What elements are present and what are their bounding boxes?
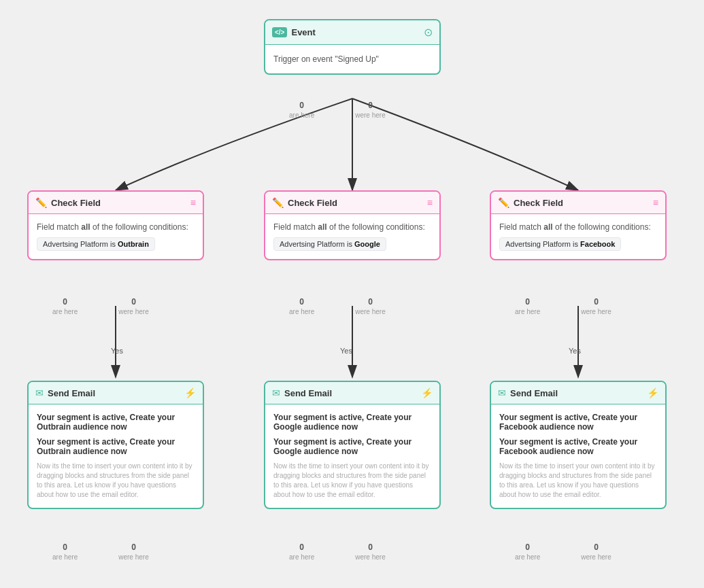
yes-label-left: Yes bbox=[111, 347, 123, 355]
email-right-subject: Your segment is active, Create your Face… bbox=[499, 413, 657, 432]
email-left-are-count: 0 bbox=[52, 542, 78, 552]
check-left-value: Outbrain bbox=[118, 240, 149, 248]
check-right-tag: Advertsing Platform is Facebook bbox=[499, 237, 621, 251]
check-right-body: Field match all of the following conditi… bbox=[491, 214, 665, 259]
bolt-icon-left: ⚡ bbox=[184, 387, 196, 398]
check-right-title: Check Field bbox=[514, 198, 563, 208]
check-left-stats: 0 are here 0 were here bbox=[52, 297, 149, 316]
event-were-here-label: were here bbox=[355, 111, 385, 119]
check-center-are-count: 0 bbox=[289, 297, 314, 307]
event-were-here-count: 0 bbox=[355, 101, 385, 110]
check-right-stat-were: 0 were here bbox=[581, 297, 611, 316]
email-right-header: ✉ Send Email ⚡ bbox=[491, 382, 665, 404]
email-left-stat-were: 0 were here bbox=[118, 542, 148, 561]
send-email-right[interactable]: ✉ Send Email ⚡ Your segment is active, C… bbox=[490, 381, 667, 509]
check-left-are-count: 0 bbox=[52, 297, 78, 307]
email-right-body: Your segment is active, Create your Face… bbox=[491, 404, 665, 508]
email-left-body: Your segment is active, Create your Outb… bbox=[29, 404, 203, 508]
email-right-were-count: 0 bbox=[581, 542, 611, 552]
email-left-were-count: 0 bbox=[118, 542, 148, 552]
check-field-right[interactable]: ✏️ Check Field ≡ Field match all of the … bbox=[490, 190, 667, 260]
email-left-preview: Your segment is active, Create your Outb… bbox=[37, 437, 195, 456]
check-left-tag: Advertsing Platform is Outbrain bbox=[37, 237, 155, 251]
check-left-body: Field match all of the following conditi… bbox=[29, 214, 203, 259]
check-right-stat-are: 0 are here bbox=[515, 297, 540, 316]
filter-icon-right: ≡ bbox=[653, 197, 658, 208]
bolt-icon-center: ⚡ bbox=[421, 387, 433, 398]
email-center-stat-were: 0 were here bbox=[355, 542, 385, 561]
yes-label-right: Yes bbox=[569, 347, 581, 355]
pencil-icon-right: ✏️ bbox=[498, 197, 509, 208]
email-left-subject: Your segment is active, Create your Outb… bbox=[37, 413, 195, 432]
check-center-stat-are: 0 are here bbox=[289, 297, 314, 316]
event-are-here-count: 0 bbox=[289, 101, 314, 110]
check-left-stat-were: 0 were here bbox=[118, 297, 148, 316]
email-right-were-label: were here bbox=[581, 553, 611, 561]
event-trigger-text: Trigger on event "Signed Up" bbox=[273, 54, 379, 64]
target-icon: ⊙ bbox=[424, 26, 433, 39]
email-left-are-label: are here bbox=[52, 553, 78, 561]
check-right-stats: 0 are here 0 were here bbox=[515, 297, 611, 316]
email-center-stats: 0 are here 0 were here bbox=[289, 542, 386, 561]
email-center-are-label: are here bbox=[289, 553, 314, 561]
send-email-left[interactable]: ✉ Send Email ⚡ Your segment is active, C… bbox=[27, 381, 204, 509]
check-left-header: ✏️ Check Field ≡ bbox=[29, 192, 203, 214]
mail-icon-left: ✉ bbox=[35, 387, 44, 398]
check-left-stat-are: 0 are here bbox=[52, 297, 78, 316]
workflow-canvas: </> Event ⊙ Trigger on event "Signed Up"… bbox=[0, 0, 704, 588]
email-left-stats: 0 are here 0 were here bbox=[52, 542, 149, 561]
mail-icon-center: ✉ bbox=[272, 387, 280, 398]
event-node-body: Trigger on event "Signed Up" bbox=[265, 45, 439, 73]
event-node-header: </> Event ⊙ bbox=[265, 20, 439, 45]
code-icon: </> bbox=[272, 27, 287, 37]
check-field-left[interactable]: ✏️ Check Field ≡ Field match all of the … bbox=[27, 190, 204, 260]
email-left-title: Send Email bbox=[48, 388, 95, 398]
pencil-icon-center: ✏️ bbox=[272, 197, 284, 208]
check-right-value: Facebook bbox=[580, 240, 615, 248]
check-left-were-label: were here bbox=[118, 308, 148, 315]
check-center-stat-were: 0 were here bbox=[355, 297, 385, 316]
check-left-title: Check Field bbox=[51, 198, 101, 208]
email-center-preview: Your segment is active, Create your Goog… bbox=[273, 437, 431, 456]
check-field-center[interactable]: ✏️ Check Field ≡ Field match all of the … bbox=[264, 190, 441, 260]
email-left-stat-are: 0 are here bbox=[52, 542, 78, 561]
check-center-stats: 0 are here 0 were here bbox=[289, 297, 386, 316]
email-right-title: Send Email bbox=[510, 388, 558, 398]
check-right-were-label: were here bbox=[581, 308, 611, 315]
event-stat-were-here: 0 were here bbox=[355, 101, 385, 120]
pencil-icon-left: ✏️ bbox=[35, 197, 47, 208]
email-right-are-label: are here bbox=[515, 553, 540, 561]
email-right-body-text: Now its the time to insert your own cont… bbox=[499, 462, 657, 500]
email-right-stat-were: 0 were here bbox=[581, 542, 611, 561]
check-center-header: ✏️ Check Field ≡ bbox=[265, 192, 439, 214]
email-center-stat-are: 0 are here bbox=[289, 542, 314, 561]
check-center-tag: Advertsing Platform is Google bbox=[273, 237, 386, 251]
check-left-are-label: are here bbox=[52, 308, 78, 315]
email-center-are-count: 0 bbox=[289, 542, 314, 552]
email-center-were-label: were here bbox=[355, 553, 385, 561]
email-center-subject: Your segment is active, Create your Goog… bbox=[273, 413, 431, 432]
email-left-body-text: Now its the time to insert your own cont… bbox=[37, 462, 195, 500]
email-center-were-count: 0 bbox=[355, 542, 385, 552]
check-center-body: Field match all of the following conditi… bbox=[265, 214, 439, 259]
email-left-header: ✉ Send Email ⚡ bbox=[29, 382, 203, 404]
event-node[interactable]: </> Event ⊙ Trigger on event "Signed Up" bbox=[264, 19, 441, 75]
check-center-title: Check Field bbox=[288, 198, 337, 208]
check-center-were-count: 0 bbox=[355, 297, 385, 307]
email-center-body-text: Now its the time to insert your own cont… bbox=[273, 462, 431, 500]
event-are-here-label: are here bbox=[289, 111, 314, 119]
check-left-condition: Field match all of the following conditi… bbox=[37, 222, 195, 232]
filter-icon-left: ≡ bbox=[190, 197, 196, 208]
send-email-center[interactable]: ✉ Send Email ⚡ Your segment is active, C… bbox=[264, 381, 441, 509]
check-center-value: Google bbox=[354, 240, 380, 248]
check-center-condition: Field match all of the following conditi… bbox=[273, 222, 431, 232]
email-center-body: Your segment is active, Create your Goog… bbox=[265, 404, 439, 508]
check-right-condition: Field match all of the following conditi… bbox=[499, 222, 657, 232]
email-center-title: Send Email bbox=[284, 388, 332, 398]
event-stats: 0 are here 0 were here bbox=[289, 101, 386, 120]
yes-label-center: Yes bbox=[340, 347, 352, 355]
mail-icon-right: ✉ bbox=[498, 387, 506, 398]
filter-icon-center: ≡ bbox=[427, 197, 433, 208]
event-stat-are-here: 0 are here bbox=[289, 101, 314, 120]
email-right-preview: Your segment is active, Create your Face… bbox=[499, 437, 657, 456]
